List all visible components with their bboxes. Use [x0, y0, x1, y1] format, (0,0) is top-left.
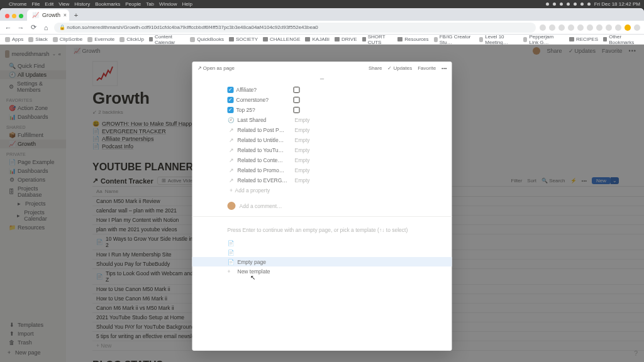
- bookmark[interactable]: RECIPES: [569, 36, 598, 42]
- close-icon[interactable]: [5, 14, 9, 18]
- drag-handle-icon[interactable]: ━: [192, 75, 452, 85]
- back-icon[interactable]: ←: [4, 24, 13, 31]
- property-row[interactable]: ↗Related to YouTu…Empty: [228, 145, 417, 155]
- address-bar[interactable]: 🔒 notion.so/meredithmarsh/Growth-cdf910d…: [54, 23, 536, 33]
- more-icon[interactable]: •••: [441, 65, 447, 71]
- bookmark[interactable]: Pepperjam Link G…: [523, 34, 564, 45]
- checkbox-checked[interactable]: [228, 97, 234, 103]
- property-row[interactable]: Affiliate?: [228, 85, 417, 95]
- user-avatar-icon: [228, 202, 236, 210]
- other-bookmarks[interactable]: Other Bookmarks: [603, 34, 639, 45]
- folder-icon: [335, 37, 340, 41]
- property-row[interactable]: Top 25?: [228, 105, 417, 115]
- ext-icon[interactable]: [549, 25, 555, 31]
- share-button[interactable]: Share: [369, 65, 382, 71]
- browser-toolbar: ← → ⟳ ⌂ 🔒 notion.so/meredithmarsh/Growth…: [0, 21, 644, 35]
- menu-bookmarks[interactable]: Bookmarks: [95, 1, 120, 7]
- checkbox[interactable]: [294, 87, 300, 93]
- home-icon[interactable]: ⌂: [42, 24, 50, 31]
- ext-icon[interactable]: [615, 25, 621, 31]
- new-tab-button[interactable]: +: [72, 11, 80, 19]
- ext-icon[interactable]: [596, 25, 602, 31]
- bookmark[interactable]: ClickUp: [119, 36, 144, 42]
- bookmark[interactable]: Content Calendar: [149, 34, 185, 45]
- ext-icon[interactable]: [568, 25, 574, 31]
- ext-icon[interactable]: [587, 25, 593, 31]
- menu-window[interactable]: Window: [159, 1, 177, 7]
- property-row[interactable]: ↗Related to Untitle…Empty: [228, 135, 417, 145]
- template-option[interactable]: +New template: [228, 266, 417, 276]
- property-row[interactable]: ↗Related to Post P…Empty: [228, 125, 417, 135]
- tray-icon: [587, 3, 591, 6]
- property-label: Related to YouTu…: [235, 147, 295, 153]
- favorite-button[interactable]: Favorite: [418, 65, 436, 71]
- tab-close-icon[interactable]: ×: [64, 12, 67, 18]
- template-option[interactable]: 📄Empty page: [192, 257, 452, 266]
- ext-icon[interactable]: [558, 25, 565, 31]
- reload-icon[interactable]: ⟳: [29, 23, 38, 31]
- menu-help[interactable]: Help: [182, 1, 192, 7]
- window-controls[interactable]: [4, 14, 27, 21]
- comment-input[interactable]: Add a comment…: [192, 199, 452, 217]
- bookmark[interactable]: ClipScribe: [53, 36, 82, 42]
- bookmark[interactable]: FB/IG Creator Stu…: [434, 34, 475, 45]
- favicon-icon: [28, 37, 33, 42]
- minimize-icon[interactable]: [12, 14, 16, 18]
- menu-history[interactable]: History: [74, 1, 90, 7]
- bookmark[interactable]: Level 10 Meeting…: [479, 34, 518, 45]
- checkbox[interactable]: [294, 107, 300, 113]
- plus-icon: +: [228, 187, 235, 194]
- ext-icon[interactable]: [540, 25, 546, 31]
- tray-icon: [567, 3, 570, 6]
- property-row[interactable]: ↗Related to Conte…Empty: [228, 155, 417, 165]
- extension-icons: [540, 25, 640, 31]
- menu-tab[interactable]: Tab: [146, 1, 154, 7]
- property-row[interactable]: ↗Related to EVERG…Empty: [228, 175, 417, 185]
- bookmark[interactable]: Resources: [397, 36, 428, 42]
- browser-tab[interactable]: 📈 Growth ×: [27, 9, 69, 21]
- bookmark[interactable]: KAJABI: [305, 36, 330, 42]
- property-row[interactable]: Cornerstone?: [228, 95, 417, 105]
- property-value: Empty: [295, 147, 310, 153]
- bookmark-apps[interactable]: Apps: [5, 36, 23, 42]
- updates-button[interactable]: Updates: [387, 65, 412, 71]
- favicon-icon: [434, 37, 438, 42]
- property-label: Related to EVERG…: [235, 177, 295, 184]
- menu-people[interactable]: People: [125, 1, 141, 7]
- menu-icon[interactable]: [634, 25, 640, 31]
- menu-edit[interactable]: Edit: [45, 1, 53, 7]
- bookmark[interactable]: Slack: [28, 36, 48, 42]
- property-row[interactable]: ↗Related to Promo…Empty: [228, 165, 417, 175]
- folder-icon: [263, 37, 268, 41]
- property-value: Empty: [295, 157, 310, 163]
- template-option[interactable]: 📄: [228, 238, 417, 248]
- bookmark[interactable]: QuickBooks: [190, 36, 224, 42]
- profile-avatar[interactable]: [625, 25, 631, 31]
- open-as-page-button[interactable]: ↗ Open as page: [197, 65, 235, 71]
- ext-icon[interactable]: [577, 25, 584, 31]
- property-label: Cornerstone?: [234, 97, 294, 103]
- cursor-icon: ↖: [250, 274, 255, 281]
- bookmark[interactable]: Evernote: [87, 36, 114, 42]
- ext-icon[interactable]: [606, 25, 612, 31]
- menu-file[interactable]: File: [31, 1, 40, 7]
- tray-icon: [546, 3, 549, 6]
- property-row[interactable]: 🕘Last SharedEmpty: [228, 115, 417, 125]
- comment-placeholder: Add a comment…: [240, 203, 282, 209]
- modal-topbar: ↗ Open as page Share Updates Favorite ••…: [192, 62, 452, 75]
- checkbox[interactable]: [294, 97, 300, 103]
- property-label: Top 25?: [234, 107, 294, 113]
- zoom-icon[interactable]: [19, 14, 23, 18]
- forward-icon[interactable]: →: [16, 24, 25, 31]
- template-hint: Press Enter to continue with an empty pa…: [192, 217, 452, 238]
- template-option[interactable]: 📄: [228, 248, 417, 257]
- checkbox-checked[interactable]: [228, 107, 234, 113]
- property-label: Related to Conte…: [235, 157, 295, 163]
- menu-view[interactable]: View: [58, 1, 69, 7]
- add-property-button[interactable]: +Add a property: [228, 185, 417, 195]
- checkbox-checked[interactable]: [228, 87, 234, 93]
- bookmark[interactable]: DRIVE: [335, 36, 357, 42]
- bookmark[interactable]: CHALLENGE: [263, 36, 300, 42]
- bookmark[interactable]: SHORT CUTS: [362, 34, 393, 45]
- bookmark[interactable]: SOCIETY: [229, 36, 258, 42]
